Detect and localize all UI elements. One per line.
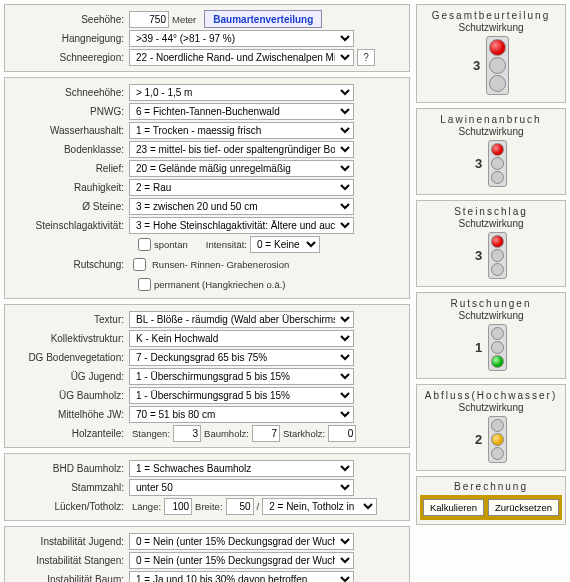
- stammzahl-select[interactable]: unter 50: [129, 479, 354, 496]
- boden-label: Bodenklasse:: [11, 144, 129, 155]
- traffic-light-icon: [488, 232, 507, 279]
- breite-input[interactable]: [226, 498, 254, 515]
- kollektiv-select[interactable]: K - Kein Hochwald: [129, 330, 354, 347]
- mittelh-label: Mittelhöhe JW:: [11, 409, 129, 420]
- baumarten-button[interactable]: Baumartenverteilung: [204, 10, 322, 28]
- inststangen-select[interactable]: 0 = Nein (unter 15% Deckungsgrad der Wuc…: [129, 552, 354, 569]
- panel-lawinen: Lawinenanbruch Schutzwirkung 3: [416, 108, 566, 195]
- intensitaet-select[interactable]: 0 = Keine: [250, 236, 320, 253]
- bhd-label: BHD Baumholz:: [11, 463, 129, 474]
- seehoehe-label: Seehöhe:: [11, 14, 129, 25]
- intensitaet-label: Intensität:: [206, 239, 247, 250]
- rauhigkeit-label: Rauhigkeit:: [11, 182, 129, 193]
- spontan-checkbox[interactable]: [138, 238, 151, 251]
- boden-select[interactable]: 23 = mittel- bis tief- oder spaltengründ…: [129, 141, 354, 158]
- seehoehe-unit: Meter: [172, 14, 196, 25]
- baumholz-input[interactable]: [252, 425, 280, 442]
- hangneigung-select[interactable]: >39 - 44° (>81 - 97 %): [129, 30, 354, 47]
- block-site: Schneehöhe:> 1,0 - 1,5 m PNWG:6 = Fichte…: [4, 77, 410, 299]
- kalkulieren-button[interactable]: Kalkulieren: [423, 499, 484, 516]
- inststangen-label: Instabilität Stangen:: [11, 555, 129, 566]
- berechnung-title: Berechnung: [420, 481, 562, 492]
- steine-label: Ø Steine:: [11, 201, 129, 212]
- hangneigung-label: Hangneigung:: [11, 33, 129, 44]
- relief-select[interactable]: 20 = Gelände mäßig unregelmäßig: [129, 160, 354, 177]
- traffic-light-icon: [486, 36, 509, 95]
- lawinen-score: 3: [475, 156, 482, 171]
- uegjugend-select[interactable]: 1 - Überschirmungsgrad 5 bis 15%: [129, 368, 354, 385]
- abfluss-sub: Schutzwirkung: [420, 402, 562, 413]
- textur-select[interactable]: BL - Blöße - räumdig (Wald aber Überschi…: [129, 311, 354, 328]
- wasser-select[interactable]: 1 = Trocken - maessig frisch: [129, 122, 354, 139]
- block-bhd: BHD Baumholz:1 = Schwaches Baumholz Stam…: [4, 453, 410, 521]
- mittelh-select[interactable]: 70 = 51 bis 80 cm: [129, 406, 354, 423]
- wasser-label: Wasserhaushalt:: [11, 125, 129, 136]
- help-button[interactable]: ?: [357, 49, 375, 66]
- starkholz-input[interactable]: [328, 425, 356, 442]
- panel-steinschlag: Steinschlag Schutzwirkung 3: [416, 200, 566, 287]
- dgboden-select[interactable]: 7 - Deckungsgrad 65 bis 75%: [129, 349, 354, 366]
- textur-label: Textur:: [11, 314, 129, 325]
- rauhigkeit-select[interactable]: 2 = Rau: [129, 179, 354, 196]
- stammzahl-label: Stammzahl:: [11, 482, 129, 493]
- panel-gesamt: Gesamtbeurteilung Schutzwirkung 3: [416, 4, 566, 103]
- traffic-light-icon: [488, 324, 507, 371]
- instbaum-select[interactable]: 1 = Ja und 10 bis 30% davon betroffen: [129, 571, 354, 583]
- breite-label: Breite:: [195, 501, 222, 512]
- abfluss-title: Abfluss(Hochwasser): [420, 390, 562, 401]
- pnwg-select[interactable]: 6 = Fichten-Tannen-Buchenwald: [129, 103, 354, 120]
- schneehoehe-select[interactable]: > 1,0 - 1,5 m: [129, 84, 354, 101]
- rutschung-chk2[interactable]: [138, 278, 151, 291]
- instjugend-select[interactable]: 0 = Nein (unter 15% Deckungsgrad der Wuc…: [129, 533, 354, 550]
- rutschung-txt1: Runsen- Rinnen- Grabenerosion: [152, 259, 289, 270]
- gesamt-title: Gesamtbeurteilung: [420, 10, 562, 21]
- schneeregion-select[interactable]: 22 - Noerdliche Rand- und Zwischenalpen …: [129, 49, 354, 66]
- steinschlag-label: Steinschlagaktivität:: [11, 220, 129, 231]
- steine-select[interactable]: 3 = zwischen 20 und 50 cm: [129, 198, 354, 215]
- rutsch-score: 1: [475, 340, 482, 355]
- relief-label: Relief:: [11, 163, 129, 174]
- lawinen-title: Lawinenanbruch: [420, 114, 562, 125]
- traffic-light-icon: [488, 416, 507, 463]
- rutsch-title: Rutschungen: [420, 298, 562, 309]
- rutsch-sub: Schutzwirkung: [420, 310, 562, 321]
- stein-score: 3: [475, 248, 482, 263]
- holzanteile-label: Holzanteile:: [11, 428, 129, 439]
- rutschung-label: Rutschung:: [11, 259, 129, 270]
- pnwg-label: PNWG:: [11, 106, 129, 117]
- slash-label: /: [257, 501, 260, 512]
- block-instab: Instabilität Jugend:0 = Nein (unter 15% …: [4, 526, 410, 582]
- bhd-select[interactable]: 1 = Schwaches Baumholz: [129, 460, 354, 477]
- rutschung-txt2: permanent (Hangkriechen o.ä.): [154, 279, 286, 290]
- starkholz-label: Starkholz:: [283, 428, 325, 439]
- instjugend-label: Instabilität Jugend:: [11, 536, 129, 547]
- stein-sub: Schutzwirkung: [420, 218, 562, 229]
- seehoehe-input[interactable]: [129, 11, 169, 28]
- uegbaum-label: ÜG Baumholz:: [11, 390, 129, 401]
- schneeregion-label: Schneeregion:: [11, 52, 129, 63]
- laenge-label: Länge:: [132, 501, 161, 512]
- stangen-label: Stangen:: [132, 428, 170, 439]
- luecken-label: Lücken/Totholz:: [11, 501, 129, 512]
- gesamt-score: 3: [473, 58, 480, 73]
- block-top: Seehöhe: Meter Baumartenverteilung Hangn…: [4, 4, 410, 72]
- traffic-light-icon: [488, 140, 507, 187]
- baumholz-label: Baumholz:: [204, 428, 249, 439]
- panel-abfluss: Abfluss(Hochwasser) Schutzwirkung 2: [416, 384, 566, 471]
- kollektiv-label: Kollektivstruktur:: [11, 333, 129, 344]
- zuruecksetzen-button[interactable]: Zurücksetzen: [488, 499, 559, 516]
- instbaum-label: Instabilität Baum:: [11, 574, 129, 583]
- uegbaum-select[interactable]: 1 - Überschirmungsgrad 5 bis 15%: [129, 387, 354, 404]
- abfluss-score: 2: [475, 432, 482, 447]
- totholz-select[interactable]: 2 = Nein, Totholz in: [262, 498, 377, 515]
- gesamt-sub: Schutzwirkung: [420, 22, 562, 33]
- block-stand: Textur:BL - Blöße - räumdig (Wald aber Ü…: [4, 304, 410, 448]
- laenge-input[interactable]: [164, 498, 192, 515]
- dgboden-label: DG Bodenvegetation:: [11, 352, 129, 363]
- stangen-input[interactable]: [173, 425, 201, 442]
- stein-title: Steinschlag: [420, 206, 562, 217]
- rutschung-chk1[interactable]: [133, 258, 146, 271]
- spontan-label: spontan: [154, 239, 188, 250]
- uegjugend-label: ÜG Jugend:: [11, 371, 129, 382]
- steinschlag-select[interactable]: 3 = Hohe Steinschlagaktivität: Ältere un…: [129, 217, 354, 234]
